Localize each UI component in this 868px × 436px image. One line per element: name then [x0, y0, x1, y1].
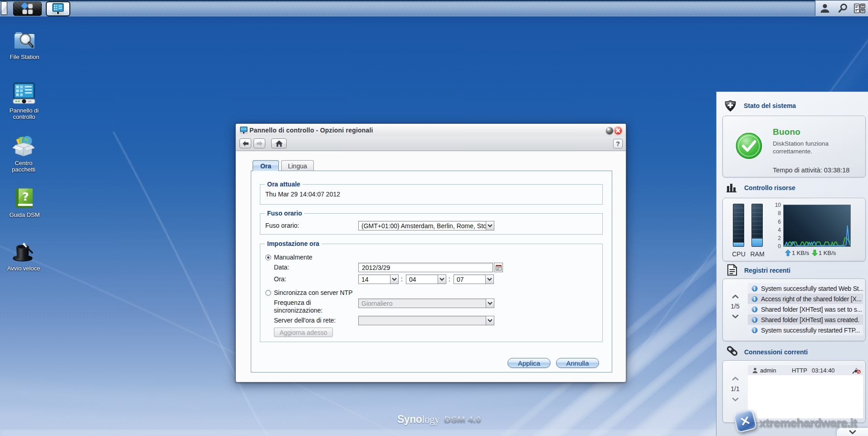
logs-page-down-button[interactable]: [730, 314, 740, 319]
desktop-icon-file-station[interactable]: File Station: [3, 30, 46, 60]
back-button[interactable]: [239, 138, 251, 148]
resource-monitor-header: Controllo risorse: [744, 184, 795, 191]
ntp-server-select[interactable]: [358, 316, 494, 325]
minute-select[interactable]: 04: [406, 274, 446, 284]
file-station-icon: [13, 30, 36, 51]
desktop-icon-label: Centro pacchetti: [2, 160, 45, 173]
log-text: Access right of the shared folder [X...: [761, 295, 862, 303]
info-icon: [751, 296, 758, 302]
home-button[interactable]: [271, 138, 287, 148]
fieldset-legend: Ora attuale: [265, 181, 302, 188]
info-icon: [751, 317, 758, 323]
timezone-select[interactable]: (GMT+01:00) Amsterdam, Berlin, Rome, Sto…: [358, 221, 494, 230]
chevron-down-icon: [486, 299, 494, 308]
chevron-down-icon: [732, 314, 739, 318]
fieldset-legend: Impostazione ora: [265, 240, 322, 247]
logs-page-indicator: 1/5: [728, 303, 742, 310]
search-button[interactable]: [836, 1, 850, 15]
status-ok-icon: [736, 132, 762, 159]
date-input[interactable]: 2012/3/29: [358, 263, 493, 272]
system-status-header: Stato del sistema: [744, 102, 796, 109]
window-title: Pannello di controllo - Opzioni regional…: [249, 124, 373, 137]
ntp-server-value: [361, 316, 488, 325]
tab-lingua[interactable]: Lingua: [281, 160, 314, 171]
time-label: Ora:: [274, 275, 286, 283]
cpu-label: CPU: [730, 250, 748, 258]
connection-protocol: HTTP: [792, 367, 812, 374]
fieldset-timezone: Fuso orario Fuso orario: (GMT+01:00) Ams…: [260, 213, 603, 235]
upload-rate: 1 KB/s: [792, 250, 809, 256]
logs-page-up-button[interactable]: [730, 294, 740, 299]
info-icon: [751, 285, 758, 292]
panel-collapse-button[interactable]: [836, 427, 868, 436]
forward-button[interactable]: [254, 138, 265, 148]
desktop-icon-package-center[interactable]: Centro pacchetti: [2, 135, 45, 173]
chevron-up-icon: [732, 294, 739, 299]
tab-ora[interactable]: Ora: [253, 160, 279, 171]
log-row[interactable]: Shared folder [XHTest] was created.: [748, 314, 863, 325]
current-connections-card: 1/1 admin HTTP 03:14:40: [722, 360, 866, 423]
timezone-select-value: (GMT+01:00) Amsterdam, Berlin, Rome, Sto…: [361, 221, 488, 230]
show-desktop-button[interactable]: [1, 1, 7, 15]
apps-grid-icon: [14, 2, 41, 15]
date-value: 2012/3/29: [362, 264, 390, 271]
date-picker-button[interactable]: [494, 263, 503, 272]
chevron-up-icon: [732, 377, 739, 381]
connections-page-down-button[interactable]: [730, 397, 740, 402]
ram-gauge: [751, 204, 763, 247]
window-pin-button[interactable]: [606, 127, 613, 134]
widgets-toggle-button[interactable]: [853, 1, 866, 15]
connection-row[interactable]: admin HTTP 03:14:40: [748, 365, 863, 375]
logo-version: DSM 4.0: [444, 414, 481, 425]
window-close-button[interactable]: [614, 127, 622, 134]
desktop-icon-control-panel[interactable]: Pannello di controllo: [2, 83, 46, 120]
desktop-icon-dsm-help[interactable]: ? Guida DSM: [3, 188, 46, 218]
resource-monitor-card: CPU RAM 10 8 6 4 2 0 1 KB/s 1 KB/s: [722, 198, 866, 261]
forward-arrow-icon: [256, 141, 263, 147]
connections-page-indicator: 1/1: [728, 385, 742, 392]
sync-frequency-select[interactable]: Giornaliero: [358, 299, 494, 308]
second-select[interactable]: 07: [454, 274, 494, 284]
manual-radio[interactable]: [265, 255, 271, 260]
log-row[interactable]: Access right of the shared folder [X...: [748, 294, 863, 304]
chevron-down-icon: [486, 316, 494, 325]
ram-label: RAM: [748, 250, 766, 258]
help-button[interactable]: ?: [613, 139, 623, 148]
ntp-radio[interactable]: [265, 290, 271, 296]
current-connections-header: Connessioni correnti: [744, 348, 808, 356]
status-detail: DiskStation funziona correttamente.: [773, 140, 829, 155]
ntp-radio-label: Sincronizza con server NTP: [274, 289, 353, 296]
manual-radio-label: Manualmente: [274, 254, 312, 261]
update-now-button[interactable]: Aggiorna adesso: [274, 328, 333, 337]
minute-value: 04: [409, 275, 440, 284]
info-icon: [751, 306, 758, 313]
apply-button[interactable]: Applica: [507, 358, 551, 368]
hour-select[interactable]: 14: [358, 274, 399, 284]
log-row[interactable]: System successfully restarted FTP...: [748, 325, 863, 335]
status-value: Buono: [773, 127, 800, 137]
log-row[interactable]: Shared folder [XHTest] was set to s...: [748, 304, 863, 314]
y-tick: 10: [767, 202, 781, 208]
upload-arrow-icon: [785, 250, 791, 256]
shield-icon: [724, 100, 736, 112]
window-titlebar[interactable]: Pannello di controllo - Opzioni regional…: [236, 124, 626, 137]
desktop-icon-quick-start[interactable]: Avvio veloce: [2, 240, 45, 272]
hour-value: 14: [361, 275, 393, 284]
user-icon: [752, 367, 758, 373]
log-text: Shared folder [XHTest] was set to s...: [761, 306, 862, 313]
log-row[interactable]: System successfully started Web St...: [748, 283, 863, 294]
user-menu-button[interactable]: [818, 1, 832, 15]
desktop-icon-label: Guida DSM: [3, 212, 46, 218]
chevron-down-icon: [485, 274, 494, 284]
dsm-help-icon: ?: [14, 188, 35, 209]
log-text: System successfully started Web St...: [761, 285, 863, 292]
second-value: 07: [457, 275, 488, 284]
disconnect-icon[interactable]: [852, 367, 861, 374]
chevron-down-icon: [849, 430, 856, 434]
window-icon: [240, 127, 248, 134]
taskbar-item-control-panel[interactable]: [46, 1, 70, 16]
main-menu-button[interactable]: [13, 2, 42, 16]
connections-page-up-button[interactable]: [730, 376, 740, 381]
control-panel-icon: [12, 83, 36, 104]
cancel-button[interactable]: Annulla: [556, 358, 599, 368]
